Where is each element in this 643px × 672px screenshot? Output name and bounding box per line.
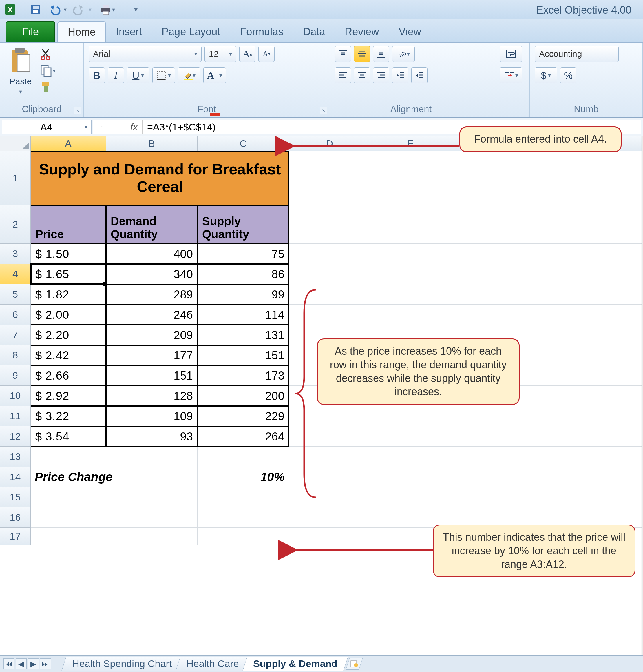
row-header-13[interactable]: 13 xyxy=(0,446,31,467)
cell-B16[interactable] xyxy=(106,507,197,528)
cell-E14[interactable] xyxy=(370,467,451,487)
sheet-tab-health-spending[interactable]: Health Spending Chart xyxy=(61,657,182,671)
cell-C10[interactable]: 200 xyxy=(197,386,289,406)
cell-D16[interactable] xyxy=(289,507,370,528)
cell-B6[interactable]: 246 xyxy=(106,304,197,325)
cell-B5[interactable]: 289 xyxy=(106,284,197,304)
price-change-value[interactable]: 10% xyxy=(197,467,289,487)
cell-G6[interactable] xyxy=(509,304,642,325)
cell-E11[interactable] xyxy=(370,406,451,426)
cell-A7[interactable]: $ 2.20 xyxy=(31,325,106,345)
row-header-11[interactable]: 11 xyxy=(0,406,31,426)
cell-C4[interactable]: 86 xyxy=(197,264,289,284)
cell-C12[interactable]: 264 xyxy=(197,426,289,446)
tab-insert[interactable]: Insert xyxy=(106,22,152,42)
column-header-A[interactable]: A xyxy=(31,136,106,151)
sheet-nav-first-icon[interactable]: ⏮ xyxy=(3,658,14,669)
cell-C17[interactable] xyxy=(197,528,289,545)
cell-G2[interactable] xyxy=(509,205,642,244)
font-size-selector[interactable]: 12▾ xyxy=(205,46,236,62)
cell-E15[interactable] xyxy=(370,487,451,507)
sheet-tab-supply-demand[interactable]: Supply & Demand xyxy=(243,657,349,671)
cell-G13[interactable] xyxy=(509,446,642,467)
increase-indent-icon[interactable] xyxy=(411,67,427,83)
fx-icon[interactable]: fx xyxy=(111,120,143,134)
format-painter-icon[interactable] xyxy=(40,80,56,94)
cell-D17[interactable] xyxy=(289,528,370,545)
tab-review[interactable]: Review xyxy=(335,22,389,42)
cell-F11[interactable] xyxy=(451,406,509,426)
row-header-15[interactable]: 15 xyxy=(0,487,31,507)
tab-view[interactable]: View xyxy=(389,22,431,42)
align-middle-icon[interactable] xyxy=(354,46,370,62)
percent-format-icon[interactable]: % xyxy=(560,67,577,83)
tab-formulas[interactable]: Formulas xyxy=(230,22,293,42)
cell-B17[interactable] xyxy=(106,528,197,545)
copy-icon[interactable]: ▾ xyxy=(40,64,56,77)
cell-C8[interactable]: 151 xyxy=(197,345,289,365)
price-change-label[interactable]: Price Change xyxy=(31,467,197,487)
italic-button[interactable]: I xyxy=(108,67,124,83)
cell-A5[interactable]: $ 1.82 xyxy=(31,284,106,304)
borders-button[interactable]: ▾ xyxy=(152,67,175,83)
cell-F3[interactable] xyxy=(451,244,509,264)
cell-G11[interactable] xyxy=(509,406,642,426)
row-header-5[interactable]: 5 xyxy=(0,284,31,304)
wrap-text-icon[interactable] xyxy=(500,46,522,62)
cell-E3[interactable] xyxy=(370,244,451,264)
cell-A16[interactable] xyxy=(31,507,106,528)
align-right-icon[interactable] xyxy=(373,67,389,83)
row-header-12[interactable]: 12 xyxy=(0,426,31,446)
cell-B4[interactable]: 340 xyxy=(106,264,197,284)
cell-C9[interactable]: 173 xyxy=(197,365,289,386)
new-sheet-icon[interactable] xyxy=(346,658,363,670)
name-box[interactable]: A4 ▾ xyxy=(2,120,92,134)
cell-B3[interactable]: 400 xyxy=(106,244,197,264)
cell-A6[interactable]: $ 2.00 xyxy=(31,304,106,325)
cell-A11[interactable]: $ 3.22 xyxy=(31,406,106,426)
cell-G3[interactable] xyxy=(509,244,642,264)
sheet-nav-next-icon[interactable]: ▶ xyxy=(28,658,39,669)
cell-D4[interactable] xyxy=(289,264,370,284)
excel-app-icon[interactable]: X xyxy=(4,3,16,16)
row-header-14[interactable]: 14 xyxy=(0,467,31,487)
cell-B8[interactable]: 177 xyxy=(106,345,197,365)
cell-G12[interactable] xyxy=(509,426,642,446)
cell-C15[interactable] xyxy=(197,487,289,507)
cell-F12[interactable] xyxy=(451,426,509,446)
underline-button[interactable]: U▾ xyxy=(127,67,149,83)
sheet-nav-last-icon[interactable]: ⏭ xyxy=(40,658,51,669)
tab-file[interactable]: File xyxy=(6,22,55,42)
cell-B11[interactable]: 109 xyxy=(106,406,197,426)
cell-E13[interactable] xyxy=(370,446,451,467)
row-header-4[interactable]: 4 xyxy=(0,264,31,284)
row-header-1[interactable]: 1 xyxy=(0,151,31,205)
cell-F6[interactable] xyxy=(451,304,509,325)
row-header-9[interactable]: 9 xyxy=(0,365,31,386)
merge-center-icon[interactable]: ▾ xyxy=(500,67,522,83)
cell-G7[interactable] xyxy=(509,325,642,345)
row-header-6[interactable]: 6 xyxy=(0,304,31,325)
cell-F4[interactable] xyxy=(451,264,509,284)
sheet-nav-prev-icon[interactable]: ◀ xyxy=(16,658,27,669)
column-header-C[interactable]: C xyxy=(197,136,289,151)
cell-C11[interactable]: 229 xyxy=(197,406,289,426)
clipboard-launcher-icon[interactable]: ↘ xyxy=(74,107,81,115)
cell-C6[interactable]: 114 xyxy=(197,304,289,325)
cell-F1[interactable] xyxy=(451,151,509,205)
cell-E1[interactable] xyxy=(370,151,451,205)
cell-A17[interactable] xyxy=(31,528,106,545)
align-left-icon[interactable] xyxy=(335,67,351,83)
cell-F13[interactable] xyxy=(451,446,509,467)
cell-E2[interactable] xyxy=(370,205,451,244)
cell-G15[interactable] xyxy=(509,487,642,507)
paste-button[interactable]: Paste ▾ xyxy=(5,46,36,95)
title-cell[interactable]: Supply and Demand for Breakfast Cereal xyxy=(31,151,289,205)
row-header-2[interactable]: 2 xyxy=(0,205,31,244)
cell-G8[interactable] xyxy=(509,345,642,365)
cell-G1[interactable] xyxy=(509,151,642,205)
header-price[interactable]: Price xyxy=(31,205,106,244)
font-color-button[interactable]: A▾ xyxy=(203,67,226,83)
cell-B12[interactable]: 93 xyxy=(106,426,197,446)
column-header-B[interactable]: B xyxy=(106,136,197,151)
